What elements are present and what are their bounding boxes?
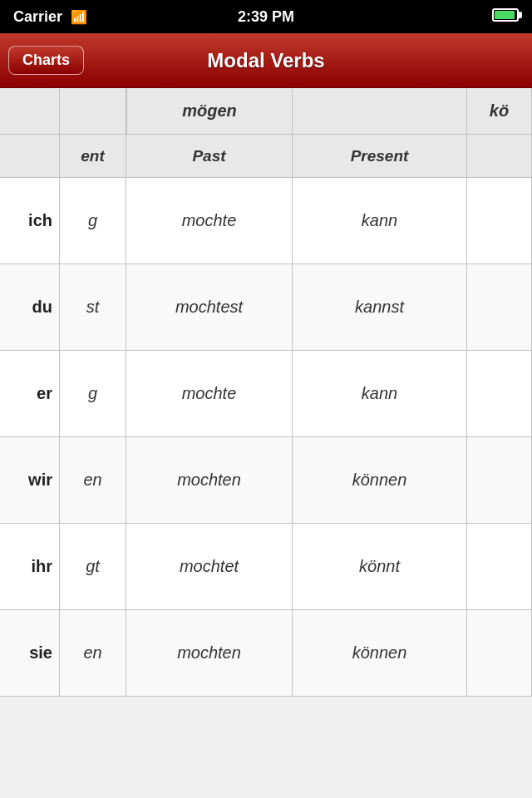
status-time: 2:39 PM	[238, 8, 294, 26]
cell-er-present-partial: g	[60, 351, 126, 436]
ko-label: kö	[490, 101, 509, 121]
pronoun-sie: sie	[0, 610, 60, 696]
present-label: Present	[351, 147, 409, 165]
cell-sie-past: mochten	[126, 610, 293, 696]
nav-title: Modal Verbs	[207, 49, 324, 72]
cell-sie-present-partial: en	[60, 610, 126, 696]
cell-er-ko	[467, 351, 532, 436]
cell-ihr-ko	[467, 524, 532, 609]
status-bar: Carrier 📶 2:39 PM	[0, 0, 532, 33]
cell-sie-ko	[467, 610, 532, 696]
pronoun-ich: ich	[0, 178, 60, 264]
cell-ihr-past: mochtet	[126, 524, 293, 609]
cell-ich-past: mochte	[126, 178, 293, 264]
wifi-icon: 📶	[71, 9, 87, 25]
verb-header-mogen: mögen	[126, 88, 293, 134]
table-row: er g mochte kann	[0, 351, 532, 437]
cell-sie-present: können	[293, 610, 467, 696]
carrier-label: Carrier	[13, 8, 62, 26]
verb-header-mogen2	[293, 88, 467, 134]
cell-du-present-partial: st	[60, 264, 126, 350]
sub-header-pronoun-spacer	[0, 135, 60, 177]
cell-wir-present: können	[293, 437, 467, 523]
pronoun-wir: wir	[0, 437, 60, 523]
cell-wir-past: mochten	[126, 437, 293, 523]
cell-er-present: kann	[293, 351, 467, 436]
pronoun-du: du	[0, 264, 60, 350]
mogen-label: mögen	[182, 101, 237, 121]
battery-indicator	[492, 8, 519, 26]
status-left: Carrier 📶	[13, 8, 87, 26]
cell-wir-present-partial: en	[60, 437, 126, 523]
table-row: sie en mochten können	[0, 610, 532, 697]
charts-button[interactable]: Charts	[8, 46, 84, 75]
cell-ich-present: kann	[293, 178, 467, 264]
cell-ihr-present: könnt	[293, 524, 467, 609]
verb-table: mögen kö ent Past Present ich	[0, 88, 532, 798]
sub-header-present-partial: ent	[60, 135, 126, 177]
verb-header-row: mögen kö	[0, 88, 532, 135]
cell-du-present: kannst	[293, 264, 467, 350]
sub-header-row: ent Past Present	[0, 135, 532, 178]
verb-header-spacer	[0, 88, 60, 134]
sub-header-past: Past	[126, 135, 293, 177]
table-row: du st mochtest kannst	[0, 264, 532, 351]
cell-du-ko	[467, 264, 532, 350]
past-label: Past	[192, 147, 225, 165]
cell-du-past: mochtest	[126, 264, 293, 350]
table-row: wir en mochten können	[0, 437, 532, 524]
verb-header-empty	[60, 88, 126, 134]
table-row: ich g mochte kann	[0, 178, 532, 264]
cell-ich-ko	[467, 178, 532, 264]
cell-wir-ko	[467, 437, 532, 523]
sub-header-ko-partial	[467, 135, 532, 177]
cell-er-past: mochte	[126, 351, 293, 436]
pronoun-er: er	[0, 351, 60, 436]
cell-ihr-present-partial: gt	[60, 524, 126, 609]
nav-bar: Charts Modal Verbs	[0, 33, 532, 88]
table-row: ihr gt mochtet könnt	[0, 524, 532, 610]
content-area: mögen kö ent Past Present ich	[0, 88, 532, 798]
pronoun-ihr: ihr	[0, 524, 60, 609]
sub-header-present: Present	[293, 135, 467, 177]
verb-header-ko: kö	[467, 88, 532, 134]
cell-ich-present-partial: g	[60, 178, 126, 264]
present-partial-label: ent	[81, 147, 105, 165]
